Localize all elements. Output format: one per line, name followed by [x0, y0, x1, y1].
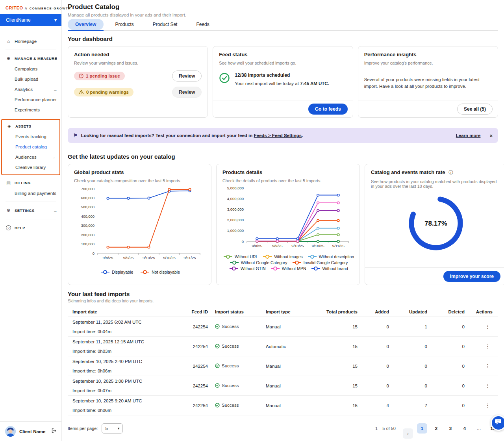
card-footer: Go to feeds [213, 100, 352, 117]
imports-table-body: September 11, 2025 6:02 AM UTCImport tim… [68, 317, 498, 415]
svg-text:0: 0 [93, 251, 94, 256]
legend-item[interactable]: Displayable [100, 270, 133, 274]
user-account-row[interactable]: Client Name [0, 421, 61, 441]
client-selector[interactable]: ClientName ▾ [0, 14, 61, 26]
tab-products[interactable]: Products [107, 20, 141, 30]
sidebar-item-homepage[interactable]: ⌂ Homepage [0, 36, 61, 46]
page-button-3[interactable]: 3 [445, 423, 456, 434]
deleted-cell: 0 [427, 364, 465, 369]
pending-warnings-badge: 0 pending warnings [74, 88, 133, 96]
row-actions-kebab-icon[interactable]: ⋮ [465, 343, 498, 349]
svg-text:400,000: 400,000 [81, 214, 94, 219]
legend-item[interactable]: Without URL [223, 254, 258, 259]
sidebar-item-events-tracking[interactable]: Events tracking [2, 132, 59, 142]
user-name: Client Name [19, 429, 48, 434]
legend-item[interactable]: Without GTIN [229, 266, 266, 271]
sidebar-item-campaigns[interactable]: Campaigns [0, 64, 61, 74]
sidebar-item-billing-payments[interactable]: Billing and payments [0, 188, 61, 198]
row-actions-kebab-icon[interactable]: ⋮ [465, 402, 498, 408]
svg-text:500,000: 500,000 [81, 205, 94, 209]
import-type-cell: Automatic [259, 344, 326, 349]
go-to-feeds-button[interactable]: Go to feeds [308, 104, 348, 115]
review-warnings-button[interactable]: Review [172, 87, 202, 98]
close-icon[interactable]: × [489, 133, 493, 139]
row-actions-kebab-icon[interactable]: ⋮ [465, 383, 498, 389]
tab-overview[interactable]: Overview [68, 20, 104, 30]
legend-item[interactable]: Without images [263, 254, 302, 259]
added-cell: 0 [358, 344, 389, 349]
sidebar-item-label: Creative library [15, 165, 46, 170]
table-header-row: Import date Feed ID Import status Import… [68, 307, 498, 317]
page-button-2[interactable]: 2 [431, 423, 441, 434]
info-icon[interactable]: ⓘ [448, 170, 453, 175]
card-desc: Improve your catalog's performance. [364, 61, 492, 65]
table-row[interactable]: September 11, 2025 6:02 AM UTCImport tim… [68, 317, 498, 337]
tab-feeds[interactable]: Feeds [189, 20, 217, 30]
legend-item[interactable]: Without Google Category [230, 260, 287, 265]
tab-product-set[interactable]: Product Set [145, 20, 185, 30]
logo-slashes: // [25, 7, 28, 10]
items-per-page-select[interactable]: 5 ▾ [102, 423, 123, 434]
previous-page-button[interactable]: ‹ [403, 428, 413, 439]
sidebar-item-experiments[interactable]: Experiments [0, 105, 61, 115]
legend-item[interactable]: Without brand [311, 266, 348, 271]
table-row[interactable]: September 10, 2025 1:08 PM UTCImport tim… [68, 376, 498, 396]
learn-more-link[interactable]: Learn more [456, 133, 481, 138]
sidebar-item-settings[interactable]: ⚙ SETTINGS → [0, 205, 61, 216]
table-row[interactable]: September 10, 2025 2:40 PM UTCImport tim… [68, 356, 498, 376]
chart-title: Catalog and events match rate ⓘ [371, 169, 501, 176]
import-date-cell: September 10, 2025 1:08 PM UTCImport tim… [68, 379, 186, 393]
sidebar-item-label: SETTINGS [15, 208, 35, 213]
legend-item[interactable]: Without description [308, 254, 354, 259]
success-icon [215, 324, 220, 329]
table-row[interactable]: September 11, 2025 12:15 AM UTCImport ti… [68, 337, 498, 356]
tab-label: Products [107, 19, 141, 30]
sidebar-item-help[interactable]: ? HELP [0, 222, 61, 233]
see-all-button[interactable]: See all (5) [457, 104, 493, 115]
sidebar-item-audiences[interactable]: Audiences → [2, 152, 59, 162]
svg-text:9/8/25: 9/8/25 [103, 256, 113, 260]
match-rate-card: Catalog and events match rate ⓘ See how … [365, 164, 504, 285]
sidebar-item-analytics[interactable]: Analytics → [0, 84, 61, 94]
legend-item[interactable]: Invalid Google Category [292, 260, 348, 265]
sidebar-nav: ⌂ Homepage ⊕ MANAGE & MEASURE Campaigns … [0, 36, 61, 233]
chart-subtitle: Check your catalog's composition over th… [74, 178, 206, 183]
page-button-1[interactable]: 1 [417, 423, 427, 434]
deleted-cell: 0 [427, 384, 465, 388]
import-status-cell: Success [208, 403, 259, 408]
row-actions-kebab-icon[interactable]: ⋮ [465, 363, 498, 369]
success-check-icon [219, 72, 230, 85]
criteo-logo: CRITEO // COMMERCE-GROWTH [0, 0, 61, 11]
sidebar-item-label: Bulk upload [15, 77, 38, 82]
col-import-status: Import status [208, 309, 259, 314]
import-type-cell: Manual [259, 364, 326, 369]
match-rate-value: 78.17% [371, 190, 501, 258]
legend-item[interactable]: Without MPN [271, 266, 306, 271]
improve-score-button[interactable]: Improve your score [443, 271, 500, 282]
total-products-cell: 15 [326, 403, 358, 408]
sidebar-item-label: HELP [15, 226, 25, 230]
logout-icon[interactable] [51, 428, 57, 435]
sidebar-item-creative-library[interactable]: Creative library [2, 162, 59, 172]
row-actions-kebab-icon[interactable]: ⋮ [465, 324, 498, 330]
feed-settings-link[interactable]: Feeds > Feed Settings [254, 133, 302, 138]
sidebar-item-bulk-upload[interactable]: Bulk upload [0, 74, 61, 84]
svg-text:9/10/25: 9/10/25 [291, 244, 304, 248]
import-date-cell: September 11, 2025 6:02 AM UTCImport tim… [68, 320, 186, 334]
review-issues-button[interactable]: Review [172, 70, 202, 82]
tab-label: Product Set [145, 19, 185, 30]
imports-heading: Your last feed imports [68, 291, 498, 297]
updated-cell: 0 [389, 344, 427, 349]
added-cell: 0 [358, 384, 389, 388]
dropdown-caret-icon: ▾ [118, 426, 120, 430]
page-button-4[interactable]: 4 [460, 423, 470, 434]
card-footer: Improve your score [365, 267, 504, 285]
chat-widget-button[interactable] [491, 415, 504, 431]
sidebar-item-performance-planner[interactable]: Performance planner [0, 94, 61, 105]
legend-marker [308, 254, 317, 259]
sidebar-item-product-catalog[interactable]: Product catalog [2, 142, 59, 152]
added-cell: 0 [358, 364, 389, 369]
legend-item[interactable]: Not displayable [140, 270, 180, 274]
global-product-stats-chart: 0100,000200,000300,000400,000500,000600,… [74, 185, 206, 265]
table-row[interactable]: September 10, 2025 9:20 AM UTCImport tim… [68, 396, 498, 415]
